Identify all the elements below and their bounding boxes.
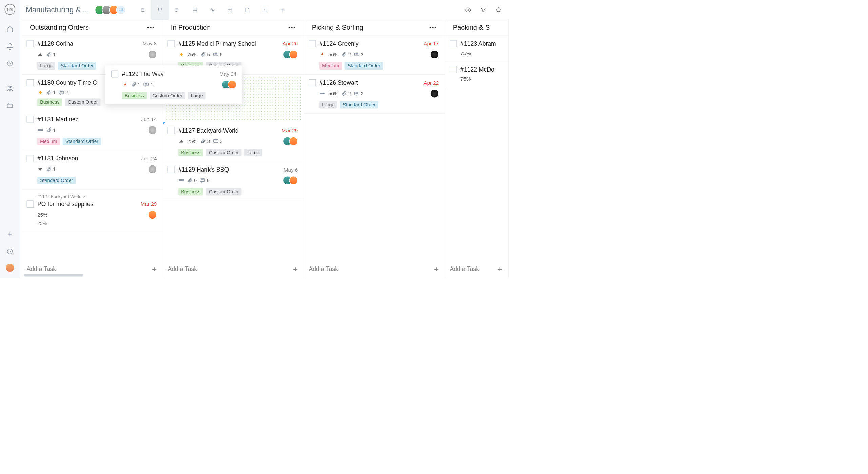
attachment-count[interactable]: 1 [131, 82, 140, 88]
tag[interactable]: Large [188, 92, 205, 99]
tag[interactable]: Medium [37, 138, 60, 145]
assignee-avatar[interactable] [430, 89, 439, 98]
view-sheet-icon[interactable] [186, 0, 204, 20]
task-checkbox[interactable] [450, 40, 457, 47]
task-checkbox[interactable] [111, 70, 118, 77]
attachment-count[interactable]: 3 [200, 138, 210, 144]
project-members[interactable]: +1 [97, 5, 125, 15]
task-checkbox[interactable] [167, 166, 175, 173]
column-menu-icon[interactable]: ••• [288, 24, 296, 31]
tag[interactable]: Standard Order [340, 101, 378, 108]
task-card[interactable]: #1131 JohnsonJun 241Standard Order [22, 150, 162, 189]
view-gantt-icon[interactable] [169, 0, 186, 20]
attachment-count[interactable]: 2 [341, 51, 351, 57]
assignee-avatar[interactable] [289, 137, 298, 146]
app-logo[interactable]: PM [4, 4, 15, 15]
task-checkbox[interactable] [27, 79, 34, 86]
column-menu-icon[interactable]: ••• [429, 24, 437, 31]
tag[interactable]: Custom Order [206, 188, 242, 195]
visibility-icon[interactable] [464, 6, 472, 14]
assignees[interactable] [286, 176, 298, 185]
add-icon[interactable] [6, 231, 14, 238]
assignees[interactable] [151, 126, 157, 135]
tag[interactable]: Large [244, 149, 262, 156]
briefcase-icon[interactable] [6, 102, 14, 109]
assignees[interactable] [286, 50, 298, 59]
attachment-count[interactable]: 6 [187, 177, 197, 183]
task-card[interactable]: #1129 Hank's BBQMay 666BusinessCustom Or… [163, 161, 303, 200]
search-icon[interactable] [495, 6, 502, 14]
comment-count[interactable]: 6 [213, 51, 223, 57]
comment-count[interactable]: 1 [143, 82, 153, 88]
assignee-avatar[interactable] [228, 80, 236, 89]
notification-icon[interactable] [6, 42, 14, 50]
task-checkbox[interactable] [309, 40, 316, 47]
task-checkbox[interactable] [167, 127, 175, 134]
user-avatar[interactable] [6, 264, 14, 272]
task-checkbox[interactable] [27, 200, 34, 208]
comment-count[interactable]: 2 [59, 89, 69, 95]
assignee-avatar[interactable] [148, 50, 157, 59]
tag[interactable]: Large [37, 62, 55, 70]
tag[interactable]: Business [178, 188, 203, 195]
task-checkbox[interactable] [27, 40, 34, 47]
assignee-avatar[interactable] [148, 165, 157, 174]
assignee-avatar[interactable] [289, 176, 298, 185]
task-card[interactable]: #1122 McDo75% [445, 61, 508, 87]
column-menu-icon[interactable]: ••• [147, 24, 155, 31]
view-activity-icon[interactable] [204, 0, 221, 20]
tag[interactable]: Custom Order [150, 92, 185, 99]
tag[interactable]: Business [37, 99, 62, 106]
assignees[interactable] [151, 165, 157, 174]
view-file-icon[interactable] [239, 0, 256, 20]
member-more[interactable]: +1 [116, 5, 126, 15]
tag[interactable]: Medium [319, 62, 342, 70]
filter-icon[interactable] [479, 6, 487, 14]
assignee-avatar[interactable] [148, 126, 157, 135]
project-title[interactable]: Manufacturing & ... [26, 5, 89, 14]
attachment-count[interactable]: 1 [46, 166, 56, 172]
help-icon[interactable] [6, 248, 14, 255]
view-board-icon[interactable] [151, 0, 169, 20]
tag[interactable]: Custom Order [65, 99, 101, 106]
attachment-count[interactable]: 1 [46, 51, 56, 57]
attachment-count[interactable]: 1 [46, 127, 56, 133]
assignees[interactable] [433, 89, 439, 98]
view-list-icon[interactable] [134, 0, 151, 20]
attachment-count[interactable]: 5 [200, 51, 210, 57]
attachment-count[interactable]: 2 [341, 91, 351, 97]
task-card[interactable]: #1127 Backyard World >PO for more suppli… [22, 189, 162, 231]
assignees[interactable] [151, 210, 157, 219]
tag[interactable]: Custom Order [206, 149, 242, 156]
tag[interactable]: Business [178, 149, 203, 156]
comment-count[interactable]: 3 [213, 138, 223, 144]
tag[interactable]: Large [319, 101, 337, 108]
view-risk-icon[interactable] [256, 0, 274, 20]
task-checkbox[interactable] [450, 66, 457, 73]
task-card[interactable]: #1124 GreenlyApr 1750%23MediumStandard O… [304, 35, 445, 74]
horizontal-scrollbar[interactable] [24, 274, 83, 277]
tag[interactable]: Standard Order [63, 138, 101, 145]
task-card[interactable]: #1131 MartinezJun 141MediumStandard Orde… [22, 111, 162, 150]
add-task-button[interactable]: Add a Task+ [445, 260, 508, 278]
task-checkbox[interactable] [167, 40, 175, 47]
tag[interactable]: Standard Order [345, 62, 383, 70]
attachment-count[interactable]: 1 [46, 89, 56, 95]
task-checkbox[interactable] [309, 79, 316, 86]
add-task-button[interactable]: Add a Task+ [163, 260, 303, 278]
home-icon[interactable] [6, 25, 14, 33]
tag[interactable]: Business [122, 92, 147, 99]
assignees[interactable] [433, 50, 439, 59]
clock-icon[interactable] [6, 60, 14, 67]
task-card[interactable]: #1127 Backyard WorldMar 2925%33BusinessC… [163, 122, 303, 161]
comment-count[interactable]: 6 [200, 177, 210, 183]
tag[interactable]: Standard Order [58, 62, 96, 70]
add-task-button[interactable]: Add a Task+ [304, 260, 445, 278]
view-add-icon[interactable] [274, 0, 291, 20]
assignees[interactable] [286, 137, 298, 146]
task-card[interactable]: #1123 Abram75% [445, 35, 508, 61]
task-card[interactable]: #1126 StewartApr 2250%22LargeStandard Or… [304, 75, 445, 114]
assignee-avatar[interactable] [430, 50, 439, 59]
assignee-avatar[interactable] [148, 210, 157, 219]
task-checkbox[interactable] [27, 155, 34, 162]
